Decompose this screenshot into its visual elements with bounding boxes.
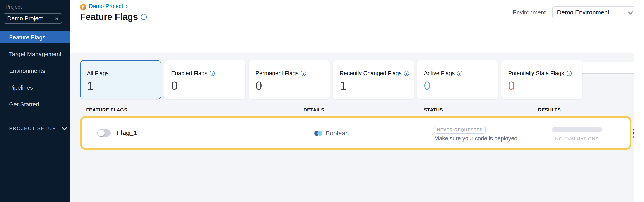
sidebar: Project Demo Project » Feature Flags Tar… [0, 0, 70, 202]
sidebar-item-target-management[interactable]: Target Management [0, 48, 70, 60]
filter-card-recently-changed-flags[interactable]: Recently Changed Flagsi 1 [333, 60, 414, 99]
card-label: Potentially Stale Flags [508, 70, 564, 76]
card-value: 1 [87, 79, 161, 92]
card-label: Enabled Flags [171, 70, 208, 76]
card-value: 0 [424, 79, 498, 92]
breadcrumb-chevron-icon: › [126, 3, 128, 10]
flag-name[interactable]: Flag_1 [117, 127, 137, 138]
card-label: Active Flags [424, 70, 455, 76]
page-title: Feature Flags [80, 12, 138, 22]
title-info-icon[interactable]: i [141, 14, 147, 20]
card-value: 0 [256, 79, 329, 92]
evaluations-progress-bar [552, 127, 602, 132]
feature-flags-page: Project Demo Project » Feature Flags Tar… [0, 0, 644, 202]
flag-filter-cards: All Flags 1 Enabled Flagsi 0 Permanent F… [80, 60, 582, 99]
filter-card-permanent-flags[interactable]: Permanent Flagsi 0 [249, 60, 330, 99]
filter-card-enabled-flags[interactable]: Enabled Flagsi 0 [164, 60, 246, 99]
double-chevron-right-icon[interactable]: » [55, 15, 58, 22]
card-value: 1 [340, 79, 414, 92]
info-icon[interactable]: i [301, 71, 306, 76]
feature-flags-logo-icon [80, 4, 86, 9]
sidebar-divider [8, 117, 60, 117]
column-header-details: DETAILS [304, 107, 324, 112]
sidebar-nav: Feature Flags Target Management Environm… [0, 31, 70, 114]
scrollbar-gutter[interactable] [634, 0, 639, 202]
evaluations-label: NO EVALUATIONS [552, 136, 602, 141]
sidebar-item-pipelines[interactable]: Pipelines [0, 81, 70, 94]
filter-card-active-flags[interactable]: Active Flagsi 0 [417, 60, 498, 99]
card-value: 0 [508, 79, 582, 92]
info-icon[interactable]: i [210, 71, 215, 76]
project-selector-value: Demo Project [7, 15, 55, 22]
info-icon[interactable]: i [404, 71, 409, 76]
environment-dropdown[interactable]: Demo Environment [552, 6, 638, 18]
column-header-feature-flags: FEATURE FLAGS [86, 107, 127, 112]
card-label: All Flags [87, 70, 109, 76]
chevron-down-icon [628, 8, 633, 14]
column-header-results: RESULTS [538, 107, 561, 112]
environment-label: Environment [513, 9, 546, 16]
main-area: Demo Project › Feature Flags i Environme… [70, 0, 639, 202]
environment-dropdown-value: Demo Environment [557, 9, 628, 16]
chevron-down-icon [62, 124, 67, 130]
flag-type: Boolean [314, 130, 349, 137]
card-value: 0 [171, 79, 245, 92]
flag-toggle[interactable] [97, 129, 110, 137]
status-badge: NEVER-REQUESTED [434, 126, 486, 134]
sidebar-item-feature-flags[interactable]: Feature Flags [0, 31, 70, 44]
card-label: Permanent Flags [256, 70, 298, 76]
project-setup-label: PROJECT SETUP [9, 126, 56, 131]
table-row-flag-1[interactable]: Flag_1 Boolean NEVER-REQUESTED Make sure… [80, 116, 631, 150]
toggle-knob [98, 130, 104, 136]
breadcrumb-project-link[interactable]: Demo Project [89, 3, 123, 10]
sidebar-item-environments[interactable]: Environments [0, 64, 70, 77]
breadcrumb: Demo Project › [80, 3, 128, 10]
project-label: Project [6, 4, 22, 10]
project-selector[interactable]: Demo Project » [4, 13, 62, 24]
status-text: Make sure your code is deployed [434, 136, 518, 142]
toolbar: + New Flag [70, 27, 639, 54]
info-icon[interactable]: i [457, 71, 462, 76]
boolean-type-icon [314, 131, 322, 136]
filter-card-potentially-stale-flags[interactable]: Potentially Stale Flagsi 0 [501, 60, 582, 99]
sidebar-item-get-started[interactable]: Get Started [0, 98, 70, 110]
page-header: Demo Project › Feature Flags i Environme… [70, 0, 639, 27]
flag-type-label: Boolean [326, 130, 349, 137]
card-label: Recently Changed Flags [340, 70, 402, 76]
filter-card-all-flags[interactable]: All Flags 1 [80, 60, 161, 99]
info-icon[interactable]: i [566, 71, 572, 76]
sidebar-section-project-setup[interactable]: PROJECT SETUP [9, 126, 66, 131]
column-header-status: STATUS [424, 107, 443, 112]
